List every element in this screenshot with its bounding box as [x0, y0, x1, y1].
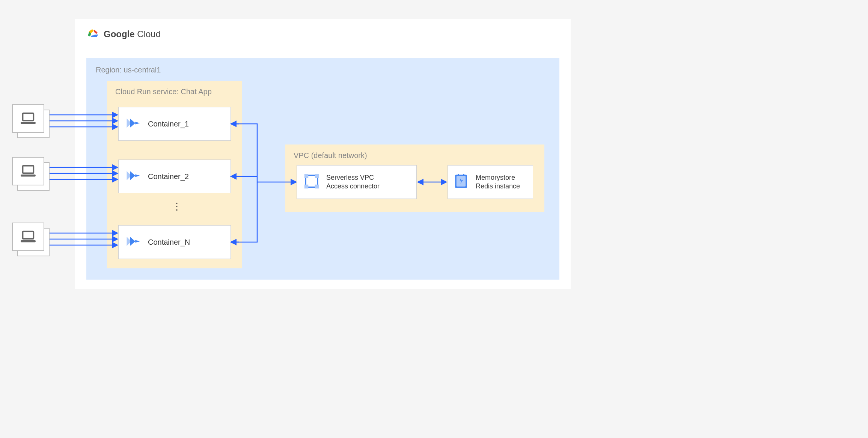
laptop-icon [12, 157, 44, 185]
svg-marker-5 [130, 171, 135, 181]
vpc-connector-box: Serverless VPC Access connector [297, 165, 417, 199]
cloud-run-label: Cloud Run service: Chat App [115, 87, 234, 96]
vpc-connector-line2: Access connector [326, 182, 380, 191]
svg-rect-19 [463, 174, 464, 176]
laptop-icon [12, 104, 44, 133]
svg-marker-2 [130, 119, 135, 128]
svg-marker-8 [130, 237, 135, 246]
svg-rect-25 [21, 240, 36, 242]
svg-point-0 [91, 32, 95, 35]
cloud-run-icon [125, 115, 141, 132]
diagram-canvas: Google Cloud Region: us-central1 Cloud R… [8, 8, 586, 300]
cloud-run-icon [125, 168, 141, 185]
client-group-3 [12, 223, 46, 253]
vertical-ellipsis-icon: ⋮ [172, 201, 182, 212]
container-1-label: Container_1 [148, 120, 189, 128]
client-group-1 [12, 104, 46, 134]
redis-line2: Redis instance [476, 182, 520, 191]
svg-rect-22 [23, 166, 34, 173]
redis-label: Memorystore Redis instance [476, 173, 520, 191]
vpc-connector-label: Serverless VPC Access connector [326, 173, 380, 191]
svg-rect-16 [457, 176, 466, 187]
brand-bold: Google [104, 29, 135, 39]
svg-rect-20 [23, 113, 34, 121]
cloud-run-icon [125, 233, 141, 251]
region-label: Region: us-central1 [96, 66, 550, 74]
vpc-connector-icon [304, 173, 319, 191]
svg-rect-18 [458, 174, 459, 176]
svg-rect-21 [21, 122, 36, 124]
vpc-label: VPC (default network) [294, 151, 536, 160]
laptop-icon [12, 223, 44, 251]
svg-rect-14 [315, 185, 319, 189]
svg-rect-23 [21, 175, 36, 176]
vpc-connector-line1: Serverless VPC [326, 173, 380, 182]
svg-marker-3 [135, 122, 140, 125]
cloud-title: Google Cloud [104, 29, 161, 39]
google-cloud-logo-icon [86, 28, 99, 40]
cloud-header: Google Cloud [86, 28, 559, 40]
svg-marker-9 [135, 240, 140, 243]
client-group-2 [12, 157, 46, 187]
memorystore-icon [453, 173, 469, 191]
svg-rect-12 [315, 174, 319, 178]
container-n-label: Container_N [148, 238, 190, 247]
svg-rect-11 [304, 174, 309, 178]
redis-line1: Memorystore [476, 173, 520, 182]
container-n-box: Container_N [118, 225, 231, 259]
brand-light: Cloud [137, 29, 161, 39]
svg-rect-13 [304, 185, 309, 189]
container-1-box: Container_1 [118, 107, 231, 141]
svg-rect-24 [23, 232, 34, 239]
container-2-box: Container_2 [118, 160, 231, 193]
memorystore-redis-box: Memorystore Redis instance [448, 165, 533, 199]
container-2-label: Container_2 [148, 172, 189, 181]
svg-marker-6 [135, 175, 140, 177]
